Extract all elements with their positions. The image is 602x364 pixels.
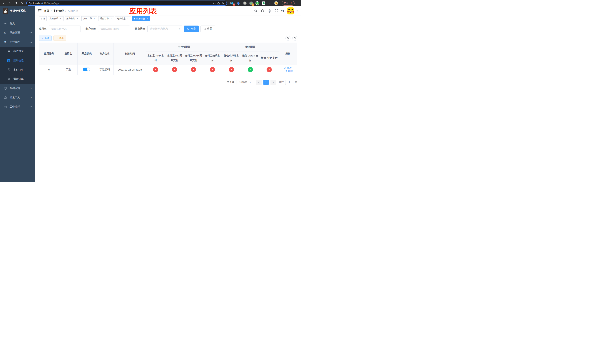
help-icon[interactable]: ? [268, 9, 272, 13]
shop-icon [7, 50, 10, 53]
col-header-status: 开启状态 [77, 43, 96, 65]
status-select[interactable]: 请选择开启状态 ▼ [147, 26, 182, 32]
extension-diamond-icon[interactable]: 10 [230, 1, 234, 5]
status-cross-icon [172, 67, 177, 72]
table-row: 6 芋道 芋道源码 2021-10-23 08:49:25 [39, 65, 297, 75]
tag-close-icon[interactable]: ✕ [93, 17, 96, 20]
yen-circle-icon [7, 68, 10, 71]
chevron-down-icon: ▼ [30, 106, 32, 108]
cell-created: 2021-10-23 08:49:25 [113, 65, 146, 75]
sidebar-item-workflow[interactable]: 工作流程 ▼ [0, 102, 35, 111]
status-toggle[interactable] [83, 68, 90, 71]
top-navbar: 首页 / 支付管理 / 应用信息 应用列表 ? T [35, 6, 301, 16]
tag-close-icon[interactable]: ✕ [59, 17, 62, 20]
browser-menu-icon[interactable]: ⋮ [290, 2, 292, 4]
sidebar-logo[interactable]: 芋道管理系统 [0, 6, 35, 16]
header-search-icon[interactable] [254, 9, 258, 13]
chevron-up-icon: ▲ [30, 41, 32, 43]
col-header-app-name: 应用名 [59, 43, 77, 65]
extension-pin-icon[interactable] [236, 1, 240, 5]
sidebar-item-pay-order[interactable]: 支付订单 [0, 65, 35, 75]
sidebar-item-refund-order[interactable]: 退款订单 [0, 75, 35, 84]
extensions-puzzle-icon[interactable] [268, 1, 272, 5]
page-number-1[interactable]: 1 [263, 80, 269, 85]
github-icon[interactable] [261, 9, 265, 13]
dashboard-icon [4, 22, 7, 25]
status-check-icon [248, 67, 253, 72]
refresh-icon[interactable] [292, 36, 297, 41]
extension-chat-icon[interactable] [262, 1, 266, 5]
add-button[interactable]: ＋ 新增 [39, 36, 52, 41]
password-key-icon[interactable] [213, 2, 216, 5]
breadcrumb-section[interactable]: 支付管理 [53, 9, 64, 13]
app-title: 芋道管理系统 [10, 9, 26, 13]
tag-close-icon[interactable]: ✕ [110, 17, 112, 20]
avatar-caret-icon[interactable]: ▼ [296, 10, 298, 12]
pagination: 共 1 条 10条/页 ▼ ❮ 1 ❯ 前往 页 [39, 80, 297, 85]
extension-record-icon[interactable]: 1 [249, 1, 253, 5]
sidebar-item-home[interactable]: 首页 [0, 19, 35, 28]
tag-app-info[interactable]: 应用信息✕ [132, 16, 150, 21]
user-avatar[interactable] [287, 7, 294, 14]
tag-user-group[interactable]: 用户分组✕ [64, 16, 80, 21]
merchant-name-input[interactable] [98, 26, 130, 32]
search-button[interactable]: 搜索 [184, 26, 199, 32]
page-content: 应用名 商户名称 开启状态 请选择开启状态 ▼ 搜索 重置 [35, 22, 301, 182]
font-size-icon[interactable]: TT [281, 9, 284, 13]
toggle-search-icon[interactable] [285, 36, 290, 41]
browser-forward-button[interactable] [7, 1, 12, 6]
chevron-down-icon: ▼ [30, 87, 32, 89]
chevron-down-icon: ▼ [178, 28, 180, 30]
reset-button[interactable]: 重置 [201, 26, 215, 32]
extension-command-icon[interactable]: ⌘ [243, 1, 247, 5]
edit-button[interactable]: 修改 [284, 66, 291, 70]
sidebar-item-payment[interactable]: ¥ 支付管理 ▲ [0, 37, 35, 47]
share-icon[interactable] [217, 2, 220, 5]
sidebar-item-system[interactable]: ⚙ 系统管理 ▼ [0, 28, 35, 37]
extension-y-icon[interactable]: Y [256, 1, 259, 5]
browser-update-button[interactable]: 更新 ⋮ [282, 1, 294, 6]
col-header-merchant: 商户名称 [96, 43, 113, 65]
delete-button[interactable]: 删除 [285, 70, 293, 73]
browser-back-button[interactable] [1, 1, 6, 6]
tag-close-icon[interactable]: ✕ [146, 17, 149, 20]
bookmark-star-icon[interactable] [221, 2, 224, 5]
cell-merchant: 芋道源码 [96, 65, 113, 75]
col-header-wechat-app: 微信 APP 支付 [260, 51, 279, 65]
cell-app-id: 6 [39, 65, 59, 75]
browser-profile-avatar[interactable] [274, 1, 278, 5]
export-button[interactable]: 导出 [54, 36, 66, 41]
tag-process-form[interactable]: 流程表单✕ [48, 16, 64, 21]
url-text[interactable]: localhost:1024/pay/app [33, 2, 211, 5]
tag-close-icon[interactable]: ✕ [127, 17, 129, 20]
sidebar-item-merchant-info[interactable]: 商户信息 [0, 47, 35, 56]
tag-merchant-info[interactable]: 商户信息✕ [115, 16, 131, 21]
breadcrumb-home[interactable]: 首页 [44, 9, 49, 13]
cell-status [77, 65, 96, 75]
page-unit-label: 页 [295, 81, 297, 84]
tag-refund-order[interactable]: 退款订单✕ [98, 16, 114, 21]
next-page-button[interactable]: ❯ [270, 80, 276, 85]
page-size-select[interactable]: 10条/页 ▼ [236, 80, 254, 85]
app-name-input[interactable] [49, 26, 81, 32]
browser-reload-button[interactable] [13, 1, 18, 6]
sidebar-toggle-icon[interactable] [38, 9, 42, 13]
tag-home[interactable]: 首页 [39, 16, 47, 21]
cell-alipay-app [146, 65, 165, 75]
site-info-icon[interactable] [29, 2, 32, 5]
sidebar-item-infrastructure[interactable]: 基础设施 ▼ [0, 84, 35, 93]
goto-page-input[interactable] [285, 80, 293, 85]
fullscreen-icon[interactable] [274, 9, 279, 13]
cell-operations: 修改 删除 [279, 65, 297, 75]
status-cross-icon [210, 67, 215, 72]
chevron-down-icon: ▼ [30, 32, 32, 34]
col-header-wechat-jsapi: 微信 JSAPI 支付 [241, 51, 260, 65]
tag-pay-order[interactable]: 支付订单✕ [81, 16, 97, 21]
prev-page-button[interactable]: ❮ [256, 80, 262, 85]
tag-close-icon[interactable]: ✕ [76, 17, 79, 20]
sidebar-item-app-info[interactable]: 应用信息 [0, 56, 35, 65]
browser-home-button[interactable] [19, 1, 24, 6]
cell-alipay-qr [203, 65, 222, 75]
sidebar-item-dev-tools[interactable]: 研发工具 ▼ [0, 93, 35, 102]
address-bar[interactable]: localhost:1024/pay/app [26, 0, 227, 6]
